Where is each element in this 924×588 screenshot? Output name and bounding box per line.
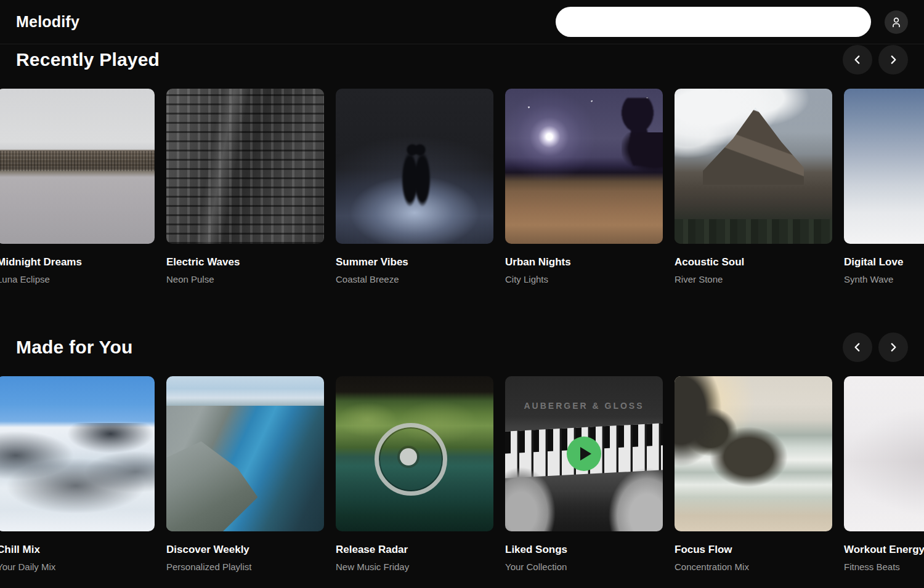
playlist-card[interactable]: Release Radar New Music Friday — [336, 376, 493, 572]
playlist-card[interactable]: Discover Weekly Personalized Playlist — [166, 376, 324, 572]
card-subtitle: Luna Eclipse — [0, 274, 155, 284]
section-recently-played: Recently Played Midnight Dreams Luna Ecl… — [0, 46, 924, 284]
playlist-card[interactable]: Workout Energy Fitness Beats — [844, 376, 924, 572]
album-art — [336, 376, 493, 531]
carousel-next-button[interactable] — [878, 332, 908, 362]
playlist-card[interactable]: Urban Nights City Lights — [505, 89, 663, 284]
carousel-prev-button[interactable] — [843, 45, 872, 75]
carousel-nav — [843, 332, 908, 362]
album-art — [0, 376, 155, 531]
section-made-for-you: Made for You Chill Mix Your Daily Mix — [0, 333, 924, 572]
chevron-right-icon — [888, 342, 899, 353]
carousel-next-button[interactable] — [878, 45, 908, 75]
playlist-card[interactable]: Electric Waves Neon Pulse — [166, 89, 324, 284]
card-title: Urban Nights — [505, 256, 663, 268]
playlist-card[interactable]: Summer Vibes Coastal Breeze — [336, 89, 493, 284]
carousel-track: Chill Mix Your Daily Mix Discover Weekly… — [0, 376, 924, 572]
album-art — [166, 89, 324, 244]
user-menu-button[interactable] — [885, 10, 908, 34]
album-art — [166, 376, 324, 531]
section-title: Recently Played — [16, 49, 160, 70]
album-art — [675, 89, 832, 244]
album-art — [505, 89, 663, 244]
card-title: Chill Mix — [0, 544, 155, 556]
search-input[interactable] — [556, 7, 871, 37]
card-subtitle: Coastal Breeze — [336, 274, 493, 284]
play-overlay — [505, 376, 663, 531]
chevron-left-icon — [852, 342, 863, 353]
topbar-right-group — [556, 7, 908, 37]
album-art — [844, 376, 924, 531]
user-icon — [890, 16, 902, 28]
chevron-right-icon — [888, 54, 899, 65]
album-art — [0, 89, 155, 244]
card-title: Digital Love — [844, 256, 924, 268]
album-art: AUBERGER & GLOSS — [505, 376, 663, 531]
playlist-card[interactable]: Chill Mix Your Daily Mix — [0, 376, 155, 572]
card-subtitle: Fitness Beats — [844, 562, 924, 572]
carousel[interactable]: Chill Mix Your Daily Mix Discover Weekly… — [0, 376, 924, 572]
app-logo: Melodify — [16, 13, 79, 31]
card-title: Summer Vibes — [336, 256, 493, 268]
carousel-nav — [843, 45, 908, 75]
album-art — [844, 89, 924, 244]
playlist-card[interactable]: Focus Flow Concentration Mix — [675, 376, 832, 572]
card-title: Release Radar — [336, 544, 493, 556]
playlist-card[interactable]: Midnight Dreams Luna Eclipse — [0, 89, 155, 284]
section-title: Made for You — [16, 337, 133, 358]
carousel-prev-button[interactable] — [843, 332, 872, 362]
card-subtitle: Neon Pulse — [166, 274, 324, 284]
card-subtitle: Personalized Playlist — [166, 562, 324, 572]
card-subtitle: Concentration Mix — [675, 562, 832, 572]
playlist-card[interactable]: Digital Love Synth Wave — [844, 89, 924, 284]
card-subtitle: Synth Wave — [844, 274, 924, 284]
card-title: Midnight Dreams — [0, 256, 155, 268]
playlist-card-liked-songs[interactable]: AUBERGER & GLOSS Liked Songs Your Collec… — [505, 376, 663, 572]
carousel-track: Midnight Dreams Luna Eclipse Electric Wa… — [0, 89, 924, 284]
card-title: Discover Weekly — [166, 544, 324, 556]
card-title: Electric Waves — [166, 256, 324, 268]
top-bar: Melodify — [0, 0, 924, 44]
card-title: Workout Energy — [844, 544, 924, 556]
album-art — [675, 376, 832, 531]
play-icon — [580, 447, 591, 461]
card-title: Acoustic Soul — [675, 256, 832, 268]
card-title: Liked Songs — [505, 544, 663, 556]
album-art — [336, 89, 493, 244]
card-title: Focus Flow — [675, 544, 832, 556]
carousel[interactable]: Midnight Dreams Luna Eclipse Electric Wa… — [0, 89, 924, 284]
card-subtitle: City Lights — [505, 274, 663, 284]
card-subtitle: River Stone — [675, 274, 832, 284]
card-subtitle: Your Daily Mix — [0, 562, 155, 572]
play-button[interactable] — [567, 437, 601, 471]
card-subtitle: New Music Friday — [336, 562, 493, 572]
card-subtitle: Your Collection — [505, 562, 663, 572]
playlist-card[interactable]: Acoustic Soul River Stone — [675, 89, 832, 284]
chevron-left-icon — [852, 54, 863, 65]
